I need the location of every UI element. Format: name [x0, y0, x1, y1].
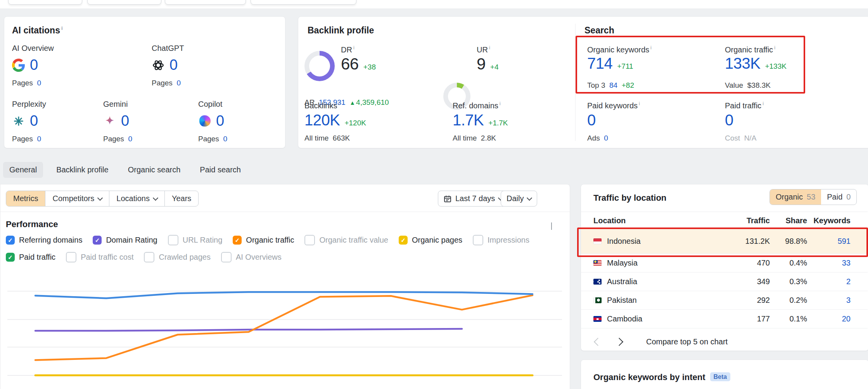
checkbox-paid-traffic-cost[interactable]: Paid traffic cost — [66, 252, 133, 262]
backlinks-value[interactable]: 120K — [304, 111, 340, 129]
checkbox-label: Crawled pages — [159, 253, 210, 262]
paid-keywords-value[interactable]: 0 — [587, 111, 596, 129]
ref-domains-value[interactable]: 1.7K — [453, 111, 484, 129]
date-range-button[interactable]: Last 7 days — [438, 191, 508, 207]
info-icon[interactable]: i — [338, 101, 339, 106]
info-icon[interactable]: i — [500, 101, 501, 106]
tab-organic-search[interactable]: Organic search — [122, 162, 187, 178]
ai-item-value[interactable]: 0 — [169, 57, 178, 73]
top-widget-stub[interactable] — [251, 0, 356, 5]
checkbox-label: Paid traffic cost — [81, 253, 133, 262]
compare-top5-link[interactable]: Compare top 5 on chart — [646, 337, 728, 346]
checkbox-crawled-pages[interactable]: Crawled pages — [144, 252, 210, 262]
checkbox-impressions[interactable]: Impressions — [473, 235, 529, 245]
table-row-pakistan[interactable]: Pakistan 292 0.2% 3 — [581, 291, 868, 310]
pages-link[interactable]: 0 — [176, 79, 181, 87]
ai-citations-card: AI citationsi AI Overview 0 Pages 0 Chat… — [4, 16, 285, 148]
divider — [581, 212, 868, 212]
ads-link[interactable]: 0 — [604, 134, 608, 142]
backlinks-delta: +120K — [344, 119, 366, 127]
ai-item-label: ChatGPT — [152, 44, 184, 53]
previous-page-button[interactable] — [594, 338, 602, 346]
ai-citation-item: Perplexity 0 Pages 0 — [12, 100, 46, 143]
metrics-segment[interactable]: Metrics — [6, 191, 45, 206]
pages-label: Pages — [103, 135, 124, 143]
checkbox-organic-pages[interactable]: ✓Organic pages — [399, 235, 462, 245]
competitors-segment[interactable]: Competitors — [45, 191, 109, 206]
checkbox-paid-traffic[interactable]: ✓Paid traffic — [6, 252, 55, 262]
keywords-link[interactable]: 33 — [807, 259, 851, 267]
paid-traffic-label: Paid traffici — [725, 101, 764, 110]
years-segment[interactable]: Years — [164, 191, 198, 206]
ai-item-value[interactable]: 0 — [30, 57, 38, 73]
granularity-button[interactable]: Daily — [501, 191, 537, 207]
locations-segment[interactable]: Locations — [109, 191, 164, 206]
keywords-link[interactable]: 20 — [807, 314, 851, 323]
pages-link[interactable]: 0 — [128, 135, 132, 143]
paid-toggle-option[interactable]: Paid0 — [821, 189, 856, 205]
paid-traffic-value[interactable]: 0 — [725, 111, 733, 129]
chevron-down-icon — [527, 195, 532, 200]
keywords-link[interactable]: 591 — [807, 237, 851, 246]
report-tabs: General Backlink profile Organic search … — [3, 162, 247, 178]
tab-backlink-profile[interactable]: Backlink profile — [50, 162, 115, 178]
checkbox-unchecked-icon — [304, 235, 315, 245]
traffic-value: 349 — [723, 277, 770, 286]
checkbox-organic-traffic-value[interactable]: Organic traffic value — [304, 235, 388, 245]
table-row-cambodia[interactable]: Cambodia 177 0.1% 20 — [581, 309, 868, 328]
organic-keywords-value[interactable]: 714 — [587, 55, 612, 72]
keywords-link[interactable]: 3 — [807, 296, 851, 305]
column-share[interactable]: Share — [770, 216, 807, 225]
info-icon[interactable]: i — [763, 101, 764, 106]
ai-item-label: Gemini — [103, 100, 132, 109]
info-icon[interactable]: i — [650, 45, 652, 50]
checkbox-checked-icon: ✓ — [399, 236, 408, 245]
pages-link[interactable]: 0 — [223, 135, 227, 143]
view-segmented-control: Metrics Competitors Locations Years — [6, 191, 199, 207]
info-icon[interactable]: i — [639, 101, 640, 106]
calendar-icon — [444, 195, 451, 203]
performance-line-chart — [0, 272, 570, 389]
checkbox-url-rating[interactable]: URL Rating — [168, 235, 223, 245]
traffic-value-line: Value $38.3K — [725, 81, 771, 90]
ai-item-value[interactable]: 0 — [121, 113, 129, 129]
checkbox-label: Impressions — [488, 236, 529, 245]
checkbox-domain-rating[interactable]: ✓Domain Rating — [93, 235, 157, 245]
column-location[interactable]: Location — [593, 216, 723, 225]
collapse-section-button[interactable] — [551, 223, 552, 230]
checkbox-referring-domains[interactable]: ✓Referring domains — [6, 235, 82, 245]
pages-link[interactable]: 0 — [37, 79, 41, 87]
checkbox-organic-traffic[interactable]: ✓Organic traffic — [233, 235, 294, 245]
info-icon[interactable]: i — [353, 45, 354, 50]
top-widget-stub[interactable] — [87, 0, 161, 5]
tab-general[interactable]: General — [3, 162, 43, 178]
organic-traffic-value[interactable]: 133K — [725, 55, 760, 72]
checkbox-label: Paid traffic — [19, 253, 55, 262]
cost-line: Cost N/A — [725, 134, 756, 142]
intent-card: Organic keywords by intentBeta — [581, 359, 868, 389]
table-row-indonesia[interactable]: Indonesia 131.2K 98.8% 591 — [581, 229, 868, 254]
table-row-australia[interactable]: Australia 349 0.3% 2 — [581, 272, 868, 291]
top3-link[interactable]: 84 — [609, 81, 617, 89]
pages-label: Pages — [12, 135, 33, 143]
ai-item-value[interactable]: 0 — [30, 113, 38, 129]
paid-keywords-label: Paid keywordsi — [587, 101, 640, 110]
checkbox-ai-overviews[interactable]: AI Overviews — [221, 252, 282, 262]
dr-delta: +38 — [363, 63, 376, 71]
ai-item-value[interactable]: 0 — [216, 113, 224, 129]
next-page-button[interactable] — [615, 338, 623, 346]
column-traffic[interactable]: Traffic — [723, 216, 770, 225]
performance-title: Performance — [6, 219, 58, 229]
column-keywords[interactable]: Keywords — [807, 216, 851, 225]
pages-link[interactable]: 0 — [37, 135, 41, 143]
info-icon[interactable]: i — [61, 25, 63, 31]
top-widget-stub[interactable] — [165, 0, 246, 5]
keywords-link[interactable]: 2 — [807, 277, 851, 286]
table-row-malaysia[interactable]: Malaysia 470 0.4% 33 — [581, 254, 868, 273]
checkbox-label: URL Rating — [183, 236, 223, 245]
top-widget-stub[interactable] — [8, 0, 82, 5]
tab-paid-search[interactable]: Paid search — [194, 162, 247, 178]
info-icon[interactable]: i — [489, 45, 490, 50]
organic-toggle-option[interactable]: Organic53 — [770, 189, 821, 205]
info-icon[interactable]: i — [774, 45, 775, 50]
